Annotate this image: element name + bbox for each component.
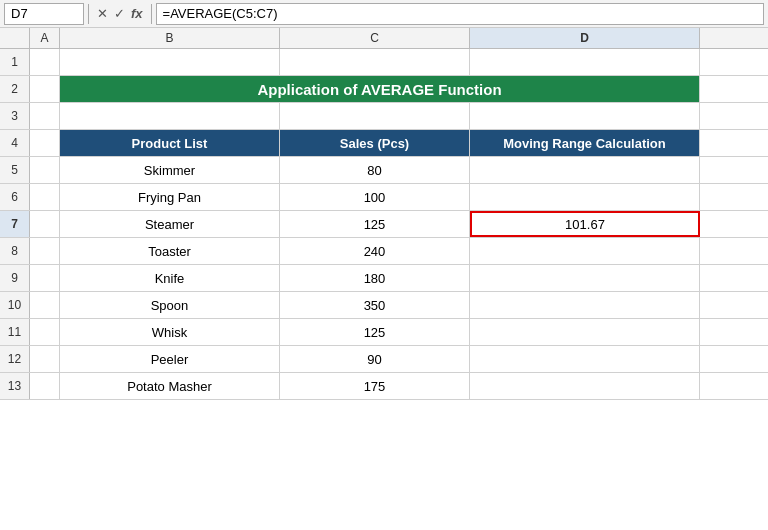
row-7: 7 Steamer 125 101.67 [0, 211, 768, 238]
cell-b10[interactable]: Spoon [60, 292, 280, 318]
cell-a8[interactable] [30, 238, 60, 264]
row-num-13: 13 [0, 373, 30, 399]
insert-function-icon[interactable]: fx [131, 6, 143, 21]
data-rows: 5 Skimmer 80 6 Frying Pan 100 7 Steamer … [0, 157, 768, 400]
row-num-5: 5 [0, 157, 30, 183]
cell-b8[interactable]: Toaster [60, 238, 280, 264]
confirm-icon[interactable]: ✓ [114, 6, 125, 21]
cell-c3[interactable] [280, 103, 470, 129]
cell-a1[interactable] [30, 49, 60, 75]
cell-c13[interactable]: 175 [280, 373, 470, 399]
formula-divider2 [151, 4, 152, 24]
cell-a2[interactable] [30, 76, 60, 102]
cell-d7[interactable]: 101.67 [470, 211, 700, 237]
row-1: 1 [0, 49, 768, 76]
corner-header [0, 28, 30, 48]
row-num-8: 8 [0, 238, 30, 264]
row-num-3: 3 [0, 103, 30, 129]
cell-d9[interactable] [470, 265, 700, 291]
cell-d11[interactable] [470, 319, 700, 345]
formula-divider [88, 4, 89, 24]
cell-b13[interactable]: Potato Masher [60, 373, 280, 399]
row-11: 11 Whisk 125 [0, 319, 768, 346]
cell-c4-header[interactable]: Sales (Pcs) [280, 130, 470, 156]
cell-a12[interactable] [30, 346, 60, 372]
cell-b7[interactable]: Steamer [60, 211, 280, 237]
cell-a5[interactable] [30, 157, 60, 183]
cell-b1[interactable] [60, 49, 280, 75]
row-3: 3 [0, 103, 768, 130]
cell-b5[interactable]: Skimmer [60, 157, 280, 183]
col-header-d[interactable]: D [470, 28, 700, 48]
col-header-a[interactable]: A [30, 28, 60, 48]
spreadsheet: A B C D 1 2 Application of AVERAGE Funct… [0, 28, 768, 400]
row-8: 8 Toaster 240 [0, 238, 768, 265]
row-4: 4 Product List Sales (Pcs) Moving Range … [0, 130, 768, 157]
cell-c8[interactable]: 240 [280, 238, 470, 264]
cell-c11[interactable]: 125 [280, 319, 470, 345]
cell-b9[interactable]: Knife [60, 265, 280, 291]
row-5: 5 Skimmer 80 [0, 157, 768, 184]
cell-c6[interactable]: 100 [280, 184, 470, 210]
cell-c1[interactable] [280, 49, 470, 75]
row-num-11: 11 [0, 319, 30, 345]
row-6: 6 Frying Pan 100 [0, 184, 768, 211]
col-header-b[interactable]: B [60, 28, 280, 48]
cell-d6[interactable] [470, 184, 700, 210]
cell-a9[interactable] [30, 265, 60, 291]
row-num-9: 9 [0, 265, 30, 291]
row-num-2: 2 [0, 76, 30, 102]
title-cell: Application of AVERAGE Function [60, 76, 700, 102]
cell-b12[interactable]: Peeler [60, 346, 280, 372]
cell-d12[interactable] [470, 346, 700, 372]
cell-c9[interactable]: 180 [280, 265, 470, 291]
formula-icons: ✕ ✓ fx [93, 6, 147, 21]
row-num-10: 10 [0, 292, 30, 318]
cell-b11[interactable]: Whisk [60, 319, 280, 345]
cell-a11[interactable] [30, 319, 60, 345]
row-num-4: 4 [0, 130, 30, 156]
row-num-12: 12 [0, 346, 30, 372]
cell-d1[interactable] [470, 49, 700, 75]
row-num-1: 1 [0, 49, 30, 75]
cell-d13[interactable] [470, 373, 700, 399]
row-10: 10 Spoon 350 [0, 292, 768, 319]
cell-reference-box[interactable]: D7 [4, 3, 84, 25]
col-header-c[interactable]: C [280, 28, 470, 48]
column-headers: A B C D [0, 28, 768, 49]
cell-b4-header[interactable]: Product List [60, 130, 280, 156]
cell-a6[interactable] [30, 184, 60, 210]
cell-d8[interactable] [470, 238, 700, 264]
row-9: 9 Knife 180 [0, 265, 768, 292]
cell-a13[interactable] [30, 373, 60, 399]
cell-a7[interactable] [30, 211, 60, 237]
row-12: 12 Peeler 90 [0, 346, 768, 373]
cell-c12[interactable]: 90 [280, 346, 470, 372]
cell-d3[interactable] [470, 103, 700, 129]
cell-a3[interactable] [30, 103, 60, 129]
cell-d10[interactable] [470, 292, 700, 318]
cell-a4[interactable] [30, 130, 60, 156]
cancel-icon[interactable]: ✕ [97, 6, 108, 21]
cell-d4-header[interactable]: Moving Range Calculation [470, 130, 700, 156]
cell-b3[interactable] [60, 103, 280, 129]
row-13: 13 Potato Masher 175 [0, 373, 768, 400]
row-2: 2 Application of AVERAGE Function [0, 76, 768, 103]
row-num-7: 7 [0, 211, 30, 237]
cell-c5[interactable]: 80 [280, 157, 470, 183]
cell-c10[interactable]: 350 [280, 292, 470, 318]
row-num-6: 6 [0, 184, 30, 210]
formula-input[interactable]: =AVERAGE(C5:C7) [156, 3, 764, 25]
cell-c7[interactable]: 125 [280, 211, 470, 237]
cell-d5[interactable] [470, 157, 700, 183]
cell-b6[interactable]: Frying Pan [60, 184, 280, 210]
cell-a10[interactable] [30, 292, 60, 318]
formula-bar: D7 ✕ ✓ fx =AVERAGE(C5:C7) [0, 0, 768, 28]
